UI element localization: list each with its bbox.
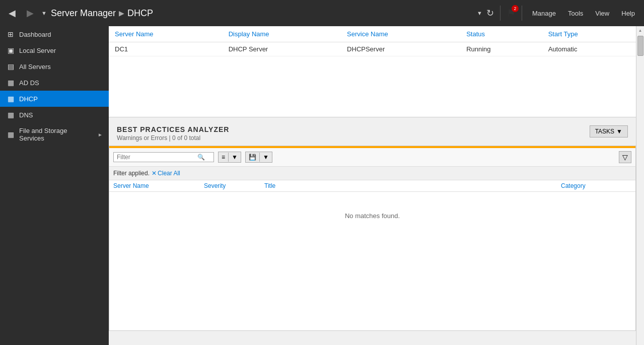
bpa-col-server-name[interactable]: Server Name: [113, 182, 204, 189]
title-separator: ▶: [119, 9, 124, 17]
cell-status: Running: [460, 42, 542, 56]
group-dropdown-button[interactable]: ▼: [229, 152, 241, 162]
clear-all-label: Clear All: [158, 170, 180, 177]
export-dropdown-arrow: ▼: [263, 154, 269, 161]
filter-input-container[interactable]: 🔍: [113, 152, 214, 162]
tasks-button[interactable]: TASKS ▼: [590, 125, 628, 137]
bpa-section: BEST PRACTICES ANALYZER Warnings or Erro…: [109, 117, 636, 345]
bpa-header: BEST PRACTICES ANALYZER Warnings or Erro…: [109, 117, 636, 146]
bpa-title-area: BEST PRACTICES ANALYZER Warnings or Erro…: [117, 125, 229, 142]
bpa-subtitle: Warnings or Errors | 0 of 0 total: [117, 134, 229, 142]
notification-badge: 2: [512, 5, 519, 12]
bpa-col-category[interactable]: Category: [561, 182, 631, 189]
group-icon: ≡: [222, 154, 225, 161]
current-section-label: DHCP: [127, 8, 153, 19]
sidebar-label-ad-ds: AD DS: [19, 79, 103, 87]
forward-button[interactable]: ▶: [23, 6, 37, 20]
col-header-service-name[interactable]: Service Name: [341, 26, 460, 42]
search-icon: 🔍: [197, 154, 205, 161]
services-table: Server Name Display Name Service Name St…: [109, 26, 636, 56]
main-layout: ⊞ Dashboard ▣ Local Server ▤ All Servers…: [0, 26, 644, 345]
app-title: Server Manager ▶ DHCP: [51, 8, 473, 19]
sidebar-label-dashboard: Dashboard: [19, 31, 103, 38]
cell-server-name: DC1: [109, 42, 223, 56]
bpa-col-title[interactable]: Title: [264, 182, 561, 189]
all-servers-icon: ▤: [6, 62, 15, 71]
right-scrollbar[interactable]: ▲: [636, 26, 644, 345]
cell-start-type: Automatic: [542, 42, 636, 56]
bpa-title: BEST PRACTICES ANALYZER: [117, 125, 229, 133]
dashboard-icon: ⊞: [6, 30, 15, 38]
export-icon: 💾: [249, 154, 256, 161]
col-header-server-name[interactable]: Server Name: [109, 26, 223, 42]
header-right: ▼ ↻ ⚑ 2 Manage Tools View Help: [477, 6, 639, 21]
tools-menu-button[interactable]: Tools: [564, 8, 587, 19]
col-header-display-name[interactable]: Display Name: [223, 26, 341, 42]
sidebar-item-all-servers[interactable]: ▤ All Servers: [0, 58, 109, 75]
group-dropdown-arrow: ▼: [232, 154, 238, 161]
ad-ds-icon: ▦: [6, 79, 15, 87]
back-button[interactable]: ◀: [5, 6, 19, 20]
services-section: Server Name Display Name Service Name St…: [109, 26, 636, 117]
col-header-status[interactable]: Status: [460, 26, 542, 42]
col-header-start-type[interactable]: Start Type: [542, 26, 636, 42]
sidebar-item-dashboard[interactable]: ⊞ Dashboard: [0, 26, 109, 42]
table-row[interactable]: DC1 DHCP Server DHCPServer Running Autom…: [109, 42, 636, 56]
sidebar-label-all-servers: All Servers: [19, 63, 103, 71]
filter-applied-row: Filter applied. ✕ Clear All: [109, 167, 635, 180]
sidebar-label-file-storage: File and Storage Services: [19, 127, 94, 142]
sidebar: ⊞ Dashboard ▣ Local Server ▤ All Servers…: [0, 26, 109, 345]
help-menu-button[interactable]: Help: [617, 8, 639, 19]
server-manager-label: Server Manager: [51, 8, 116, 19]
scroll-up-arrow[interactable]: ▲: [637, 27, 643, 34]
filter-input[interactable]: [117, 154, 197, 161]
cell-display-name: DHCP Server: [223, 42, 341, 56]
sidebar-label-local-server: Local Server: [19, 47, 103, 54]
expand-icon: ▽: [622, 153, 628, 161]
services-empty-area: [109, 56, 636, 117]
services-table-container: Server Name Display Name Service Name St…: [109, 26, 636, 56]
expand-button[interactable]: ▽: [619, 151, 631, 163]
header-divider-2: [522, 6, 522, 21]
refresh-button[interactable]: ↻: [486, 8, 494, 19]
sidebar-label-dns: DNS: [19, 111, 103, 119]
clear-x-icon: ✕: [152, 170, 157, 177]
view-menu-button[interactable]: View: [591, 8, 613, 19]
sidebar-item-dhcp[interactable]: ▦ DHCP: [0, 91, 109, 107]
filter-applied-text: Filter applied.: [113, 170, 150, 177]
main-scroll-area: Server Name Display Name Service Name St…: [109, 26, 644, 345]
file-storage-icon: ▦: [6, 130, 15, 139]
group-button-group: ≡ ▼: [218, 152, 241, 163]
main-content: Server Name Display Name Service Name St…: [109, 26, 636, 345]
header-divider: [500, 6, 500, 21]
manage-menu-button[interactable]: Manage: [528, 8, 560, 19]
header-dropdown-arrow[interactable]: ▼: [477, 10, 482, 16]
sidebar-label-dhcp: DHCP: [19, 95, 103, 103]
bpa-filter-row: 🔍 ≡ ▼ 💾: [109, 148, 635, 167]
scroll-thumb[interactable]: [637, 36, 643, 56]
export-dropdown-button[interactable]: ▼: [260, 152, 272, 162]
local-server-icon: ▣: [6, 46, 15, 54]
no-results-text: No matches found.: [345, 212, 400, 220]
bpa-empty-area: [109, 240, 635, 330]
dhcp-icon: ▦: [6, 95, 15, 103]
tasks-label: TASKS: [595, 128, 614, 135]
sidebar-item-ad-ds[interactable]: ▦ AD DS: [0, 75, 109, 91]
tasks-arrow-icon: ▼: [616, 128, 622, 135]
export-button-group: 💾 ▼: [245, 152, 272, 163]
group-button[interactable]: ≡: [219, 152, 228, 162]
nav-dropdown-button[interactable]: ▼: [41, 10, 47, 16]
bpa-content: 🔍 ≡ ▼ 💾: [109, 146, 636, 331]
bpa-table-header: Server Name Severity Title Category: [109, 180, 635, 192]
sidebar-item-local-server[interactable]: ▣ Local Server: [0, 42, 109, 58]
dns-icon: ▦: [6, 111, 15, 119]
file-storage-arrow: ►: [98, 132, 103, 137]
sidebar-item-dns[interactable]: ▦ DNS: [0, 107, 109, 123]
header: ◀ ▶ ▼ Server Manager ▶ DHCP ▼ ↻ ⚑ 2 Mana…: [0, 0, 644, 26]
sidebar-item-file-storage[interactable]: ▦ File and Storage Services ►: [0, 123, 109, 146]
notifications-flag[interactable]: ⚑ 2: [507, 7, 516, 19]
bpa-col-severity[interactable]: Severity: [204, 182, 264, 189]
export-button[interactable]: 💾: [246, 152, 259, 162]
bpa-no-results: No matches found.: [109, 192, 635, 240]
clear-all-button[interactable]: ✕ Clear All: [152, 170, 180, 177]
